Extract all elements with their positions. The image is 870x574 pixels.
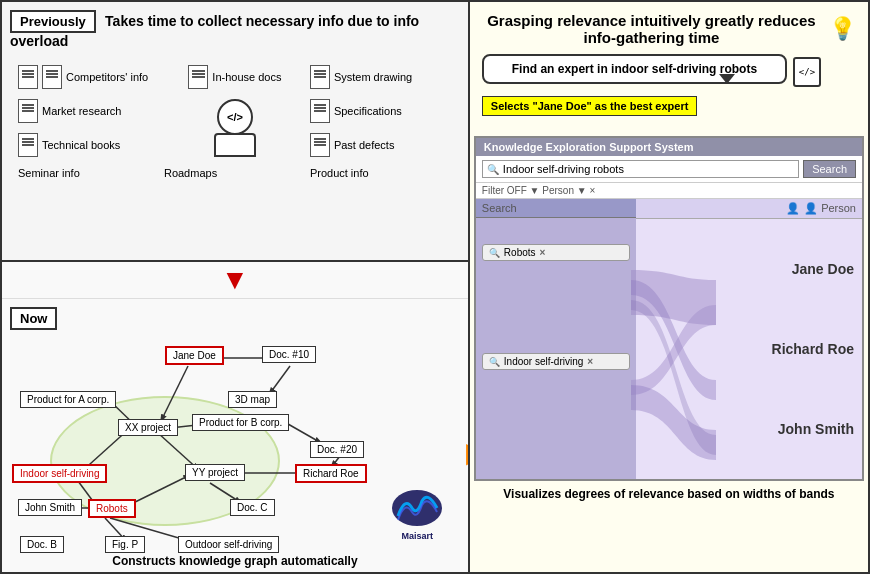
robots-chip-label: Robots [504,247,536,258]
center-figure: </> [214,99,256,157]
node-3dmap: 3D map [228,391,277,408]
speech-row: Find an expert in indoor self-driving ro… [482,54,821,90]
person-icon-header: 👤 [786,202,800,215]
doc-icon6 [310,99,330,123]
doc-icon4 [310,65,330,89]
previously-header: Previously Takes time to collect necessa… [10,10,460,49]
competitors-label: Competitors' info [66,71,148,83]
doc-icon8 [310,133,330,157]
ks-search-input[interactable]: 🔍 Indoor self-driving robots [482,160,799,178]
product-label: Product info [310,167,369,179]
defects-label: Past defects [334,139,395,151]
search-button[interactable]: Search [803,160,856,178]
top-right-row: Grasping relevance intuitively greatly r… [482,12,856,126]
top-right-text: Grasping relevance intuitively greatly r… [482,12,821,126]
knowledge-system: Knowledge Exploration Support System 🔍 I… [474,136,864,481]
previously-badge: Previously [10,10,96,33]
doc-icon5 [18,99,38,123]
market-label: Market research [42,105,121,117]
maisart-logo-svg [390,486,445,531]
node-fig-p: Fig. P [105,536,145,553]
maisart-label: Maisart [402,531,434,541]
node-xx: XX project [118,419,178,436]
bottom-right-caption: Visualizes degrees of relevance based on… [470,481,868,507]
info-seminar: Seminar info [18,167,160,179]
node-jane-doe: Jane Doe [165,346,224,365]
doc-icon3 [188,65,208,89]
seminar-label: Seminar info [18,167,80,179]
indoor-chip-close[interactable]: × [587,356,593,367]
roadmaps-label: Roadmaps [164,167,217,179]
speech-bubble: Find an expert in indoor self-driving ro… [482,54,787,84]
person-body [214,133,256,157]
specs-label: Specifications [334,105,402,117]
node-doc-c: Doc. C [230,499,275,516]
top-left-section: Previously Takes time to collect necessa… [2,2,468,262]
filter-text: Filter OFF ▼ Person ▼ × [482,185,595,196]
ks-filter-bar: Filter OFF ▼ Person ▼ × [476,183,862,199]
node-doc10: Doc. #10 [262,346,316,363]
orange-arrow-icon: ▶ [466,436,468,469]
highlight-row: Selects "Jane Doe" as the best expert [482,96,821,122]
ks-search-bar: 🔍 Indoor self-driving robots Search [476,156,862,183]
robots-chip-close[interactable]: × [540,247,546,258]
sankey-left: Search 🔍 Robots × 🔍 [476,199,636,479]
bottom-left-caption: Constructs knowledge graph automatically [2,554,468,568]
now-badge: Now [10,307,57,330]
inhouse-label: In-house docs [212,71,281,83]
right-header-label: 👤 Person [804,202,856,215]
left-panel: Previously Takes time to collect necessa… [2,2,470,572]
person-names-list: Jane Doe Richard Roe John Smith [636,219,862,479]
lightbulb-icon: 💡 [829,16,856,42]
node-yy: YY project [185,464,245,481]
node-john-smith: John Smith [18,499,82,516]
sankey-right: 👤 👤 Person Jane Doe Richard Roe John Smi… [636,199,862,479]
search-icon-chip2: 🔍 [489,357,500,367]
maisart-logo: Maisart [385,483,450,543]
center-person-area: </> [164,99,306,157]
node-robots: Robots [88,499,136,518]
person-richard-roe: Richard Roe [644,341,854,357]
robots-chip[interactable]: 🔍 Robots × [482,244,630,261]
info-tech: Technical books [18,133,160,157]
highlight-bar: Selects "Jane Doe" as the best expert [482,96,698,116]
indoor-chip[interactable]: 🔍 Indoor self-driving × [482,353,630,370]
node-doc20: Doc. #20 [310,441,364,458]
main-container: Previously Takes time to collect necessa… [0,0,870,574]
sankey-left-header: Search [476,199,636,218]
down-arrow-container: ▼ [2,262,468,299]
person-head: </> [217,99,253,135]
doc-icon2 [42,65,62,89]
search-icon-chip1: 🔍 [489,248,500,258]
node-indoor: Indoor self-driving [12,464,107,483]
doc-icon [18,65,38,89]
indoor-chip-label: Indoor self-driving [504,356,583,367]
info-inhouse: In-house docs [164,65,306,89]
info-product: Product info [310,167,452,179]
graph-area: Jane Doe Doc. #10 Product for A corp. 3D… [10,336,460,543]
person-jane-doe: Jane Doe [644,261,854,277]
search-icon-small: 🔍 [487,164,499,175]
node-product-a: Product for A corp. [20,391,116,408]
info-market: Market research [18,99,160,123]
node-product-b: Product for B corp. [192,414,289,431]
ks-header: Knowledge Exploration Support System [476,138,862,156]
info-competitors: Competitors' info [18,65,160,89]
ai-robot-icon: </> [793,57,821,87]
info-defects: Past defects [310,133,452,157]
right-panel: Grasping relevance intuitively greatly r… [470,2,868,572]
info-roadmaps: Roadmaps [164,167,306,179]
doc-icon7 [18,133,38,157]
indoor-chip-area: 🔍 Indoor self-driving × [476,347,636,376]
bottom-left-section: Now [2,299,468,572]
top-right-section: Grasping relevance intuitively greatly r… [470,2,868,136]
top-right-title: Grasping relevance intuitively greatly r… [482,12,821,46]
node-outdoor: Outdoor self-driving [178,536,279,553]
search-value: Indoor self-driving robots [503,163,624,175]
speech-text: Find an expert in indoor self-driving ro… [512,62,757,76]
node-doc-b: Doc. B [20,536,64,553]
person-john-smith: John Smith [644,421,854,437]
sankey-right-header: 👤 👤 Person [636,199,862,219]
info-specs: Specifications [310,99,452,123]
info-system: System drawing [310,65,452,89]
